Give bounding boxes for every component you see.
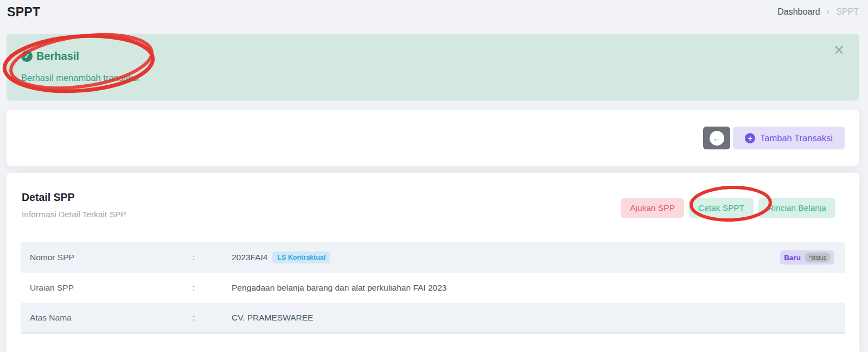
status-badge: Baru *status bbox=[780, 250, 834, 265]
alert-title: Berhasil bbox=[36, 50, 79, 62]
atas-nama-value: CV. PRAMESWAREE bbox=[232, 313, 313, 323]
add-transaction-label: Tambah Transaksi bbox=[760, 133, 833, 143]
detail-spp-card: Detail SPP Informasi Detail Terkait SPP … bbox=[7, 173, 859, 352]
table-row-uraian-spp: Uraian SPP : Pengadaan belanja barang da… bbox=[21, 273, 845, 303]
check-circle-icon: ✓ bbox=[21, 51, 33, 62]
row-colon: : bbox=[193, 283, 232, 293]
close-icon[interactable]: ✕ bbox=[833, 43, 845, 57]
status-badge-value: Baru bbox=[784, 254, 801, 262]
ajukan-spp-button[interactable]: Ajukan SPP bbox=[621, 198, 684, 218]
success-alert: ✓ Berhasil Berhasil menambah transaksi ✕ bbox=[7, 34, 859, 100]
rincian-belanja-button[interactable]: Rincian Belanja bbox=[758, 198, 835, 218]
ls-kontraktual-badge: LS Kontraktual bbox=[272, 252, 330, 263]
detail-card-title: Detail SPP bbox=[22, 191, 75, 204]
detail-rows: Nomor SPP : 2023FAI4 LS Kontraktual Baru… bbox=[21, 242, 845, 334]
detail-card-subtitle: Informasi Detail Terkait SPP bbox=[22, 210, 126, 219]
nomor-spp-value: 2023FAI4 bbox=[232, 253, 267, 262]
page-title: SPPT bbox=[7, 5, 40, 20]
row-label: Nomor SPP bbox=[30, 253, 193, 262]
table-row-atas-nama: Atas Nama : CV. PRAMESWAREE bbox=[21, 303, 845, 334]
row-colon: : bbox=[193, 313, 232, 323]
back-button[interactable]: ← bbox=[703, 127, 730, 149]
toolbar-card: ← + Tambah Transaksi bbox=[7, 110, 859, 166]
status-badge-note: *status bbox=[805, 253, 831, 262]
uraian-spp-value: Pengadaan belanja barang dan alat perkul… bbox=[232, 283, 446, 293]
row-value: 2023FAI4 LS Kontraktual bbox=[232, 252, 330, 263]
row-label: Atas Nama bbox=[30, 313, 193, 323]
breadcrumb: Dashboard › SPPT bbox=[777, 7, 859, 17]
row-label: Uraian SPP bbox=[30, 283, 193, 293]
breadcrumb-dashboard[interactable]: Dashboard bbox=[777, 7, 820, 17]
back-arrow-icon: ← bbox=[710, 131, 724, 146]
row-colon: : bbox=[193, 253, 232, 262]
table-row-nomor-spp: Nomor SPP : 2023FAI4 LS Kontraktual Baru… bbox=[21, 242, 845, 273]
plus-icon: + bbox=[745, 133, 755, 143]
cetak-sppt-button[interactable]: Cetak SPPT bbox=[689, 198, 754, 218]
breadcrumb-sppt: SPPT bbox=[836, 7, 859, 17]
alert-message: Berhasil menambah transaksi bbox=[21, 73, 139, 83]
detail-actions: Ajukan SPP Cetak SPPT Rincian Belanja bbox=[621, 198, 835, 218]
add-transaction-button[interactable]: + Tambah Transaksi bbox=[733, 127, 845, 149]
chevron-right-icon: › bbox=[827, 7, 830, 17]
